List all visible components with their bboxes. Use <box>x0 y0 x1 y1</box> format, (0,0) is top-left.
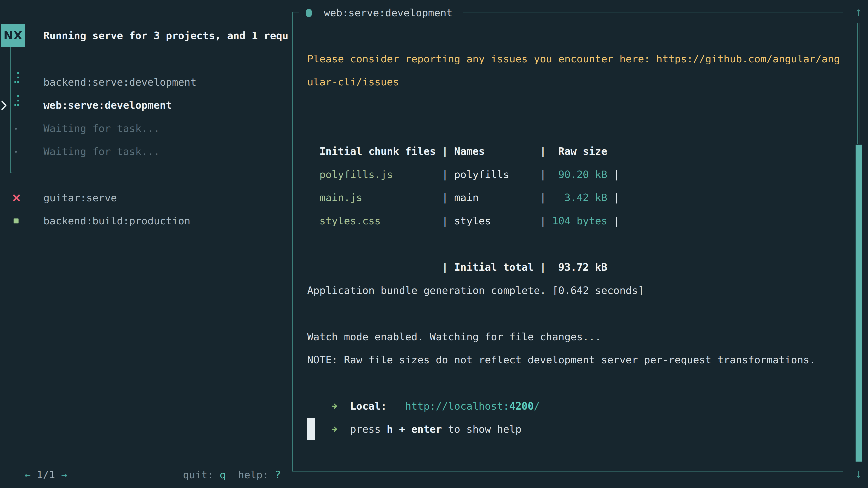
table-row-main: main.js|main|3.42 kB| <box>307 163 620 186</box>
help-keys: h + enter <box>387 423 442 435</box>
table-row-polyfills: polyfills.js|polyfills|90.20 kB| <box>307 140 620 163</box>
scroll-down-icon[interactable]: ↓ <box>852 464 865 484</box>
task-item-backend-build[interactable]: backend:build:production <box>43 209 190 232</box>
page-title: Running serve for 3 projects, and 1 requ <box>43 24 293 47</box>
keyboard-hints: quit: q help: ? <box>170 440 281 463</box>
pager-next-icon[interactable]: → <box>61 469 67 481</box>
task-success-icon <box>13 219 19 223</box>
panel-title: web:serve:development <box>324 1 453 24</box>
total-size-value: 93.72 kB <box>546 256 608 279</box>
nx-logo: NX <box>1 24 25 47</box>
task-item-waiting-2[interactable]: Waiting for task... <box>43 140 160 163</box>
table-row-styles: styles.css|styles|104 bytes| <box>307 186 620 209</box>
waiting-dot-icon <box>15 128 17 130</box>
scroll-up-icon[interactable]: ↑ <box>852 2 865 22</box>
chunk-name: styles <box>454 209 540 232</box>
terminal-cursor <box>307 418 315 440</box>
total-label: Initial total <box>454 256 540 279</box>
help-prefix: press <box>350 423 387 435</box>
arrow-right-icon <box>332 426 338 432</box>
scrollbar-track[interactable] <box>857 23 860 144</box>
panel-border-bottom <box>292 471 843 471</box>
pager: ← 1/1 → <box>12 440 67 463</box>
waiting-dot-icon <box>15 151 17 153</box>
watch-mode-message: Watch mode enabled. Watching for file ch… <box>307 325 601 348</box>
help-hint-line: press h + enter to show help <box>307 395 522 418</box>
panel-title-bullet-icon <box>306 9 312 17</box>
cell-separator: | <box>540 256 546 279</box>
file-name: styles.css <box>319 209 442 232</box>
task-failed-icon <box>13 194 20 202</box>
help-suffix: to show help <box>442 423 522 435</box>
raw-size-value: 104 bytes <box>546 209 608 232</box>
spinner-icon <box>14 95 20 106</box>
panel-border-left <box>292 12 293 471</box>
issue-report-line-1[interactable]: Please consider reporting any issues you… <box>307 47 840 70</box>
task-item-guitar-serve[interactable]: guitar:serve <box>43 186 117 209</box>
cell-separator: | <box>442 256 454 279</box>
selected-task-caret-icon <box>1 100 7 110</box>
task-item-waiting-1[interactable]: Waiting for task... <box>43 117 160 140</box>
pager-label: 1/1 <box>31 469 61 481</box>
issue-report-line-2[interactable]: ular-cli/issues <box>307 70 399 94</box>
quit-hint-label: quit: <box>183 469 220 481</box>
row-end-separator: | <box>607 209 619 232</box>
help-key: ? <box>275 469 281 481</box>
spinner-icon <box>14 72 20 83</box>
chunk-table-header: Initial chunk files|Names|Raw size <box>307 117 607 140</box>
task-tree-line <box>10 47 14 173</box>
cell-separator: | <box>442 209 454 232</box>
quit-key: q <box>220 469 226 481</box>
scrollbar-thumb[interactable] <box>856 144 862 462</box>
bundle-complete-message: Application bundle generation complete. … <box>307 279 644 302</box>
task-item-web-serve[interactable]: web:serve:development <box>43 94 172 117</box>
note-message: NOTE: Raw file sizes do not reflect deve… <box>307 348 815 371</box>
task-item-backend-serve[interactable]: backend:serve:development <box>43 71 196 94</box>
panel-border-top-stub <box>292 12 299 12</box>
pager-prev-icon[interactable]: ← <box>24 469 31 481</box>
panel-border-top <box>463 12 843 12</box>
local-server-line: Local:http://localhost:4200/ <box>307 372 540 395</box>
help-hint-label: help: <box>226 469 275 481</box>
cell-separator: | <box>540 209 546 232</box>
table-row-initial-total: |Initial total|93.72 kB <box>307 233 607 256</box>
